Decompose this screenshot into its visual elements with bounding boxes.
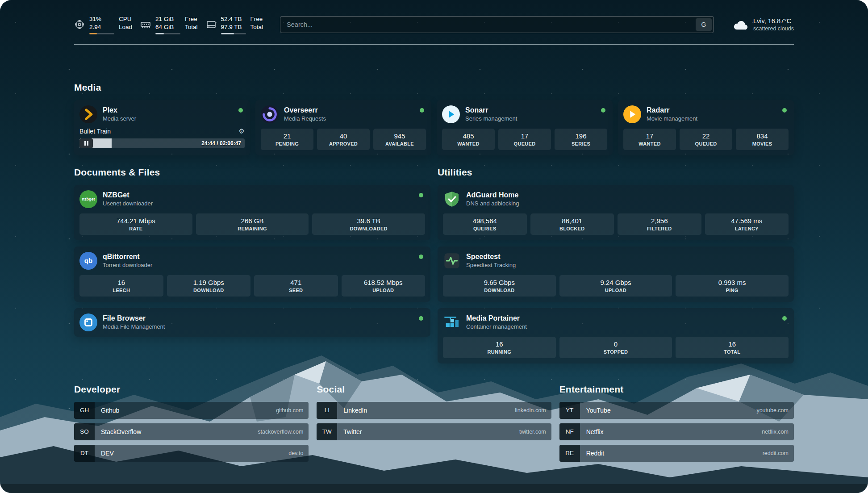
search-engine-button[interactable]: G: [696, 18, 712, 31]
radarr-icon: [623, 105, 641, 123]
stat-movies: 834MOVIES: [736, 129, 789, 150]
disk-usage-bar: [221, 33, 246, 34]
stat-download: 9.65 GbpsDOWNLOAD: [443, 275, 556, 297]
stat-queries: 498,564QUERIES: [443, 213, 527, 235]
playback-progress-bar[interactable]: 24:44 / 02:06:47: [79, 138, 245, 148]
cpu-widget: 31% 2.94 CPU Load: [74, 15, 132, 34]
app-card-nzbget[interactable]: nzbget NZBGet Usenet downloader 744.21 M…: [74, 185, 430, 240]
section-title-developer: Developer: [74, 384, 309, 395]
memory-usage-bar: [155, 33, 180, 34]
app-name: Speedtest: [466, 253, 789, 261]
stat-series: 196SERIES: [555, 129, 607, 150]
cpu-usage-value: 31%: [89, 15, 114, 23]
plex-icon: [79, 105, 97, 123]
section-title-entertainment: Entertainment: [559, 384, 794, 395]
status-indicator: [419, 193, 423, 197]
qbittorrent-icon: qb: [79, 252, 97, 270]
bookmark-dev[interactable]: DT DEV dev.to: [74, 445, 309, 462]
stat-stopped: 0STOPPED: [559, 337, 672, 358]
stat-wanted: 485WANTED: [442, 129, 495, 150]
bookmark-url: netflix.com: [762, 429, 789, 435]
bookmark-name: Reddit: [586, 450, 604, 457]
section-developer: Developer GH Github github.com SO StackO…: [74, 384, 309, 462]
cpu-label-top: CPU: [119, 15, 132, 23]
pause-button[interactable]: [79, 138, 93, 148]
search-input[interactable]: [280, 16, 714, 33]
app-card-filebrowser[interactable]: File Browser Media File Management: [74, 308, 430, 337]
bookmark-name: StackOverflow: [101, 428, 141, 435]
stat-rate: 744.21 MbpsRATE: [79, 213, 192, 235]
bookmark-name: LinkedIn: [343, 407, 367, 414]
topbar: 31% 2.94 CPU Load: [74, 15, 794, 34]
playback-time: 24:44 / 02:06:47: [201, 140, 241, 146]
bookmark-url: twitter.com: [519, 429, 546, 435]
bookmark-url: github.com: [276, 407, 303, 414]
bookmark-github[interactable]: GH Github github.com: [74, 402, 309, 419]
app-subtitle: Media server: [103, 115, 233, 122]
app-name: Media Portainer: [466, 314, 777, 322]
app-card-radarr[interactable]: Radarr Movie management 17WANTED 22QUEUE…: [618, 100, 794, 155]
app-name: AdGuard Home: [466, 191, 789, 199]
bookmark-abbr: LI: [317, 402, 337, 419]
bookmark-stackoverflow[interactable]: SO StackOverflow stackoverflow.com: [74, 423, 309, 440]
nzbget-icon: nzbget: [79, 190, 97, 208]
status-indicator: [782, 316, 787, 321]
search-bar: G: [280, 16, 714, 33]
bookmark-url: reddit.com: [763, 450, 789, 456]
stat-remaining: 266 GBREMAINING: [196, 213, 309, 235]
app-card-speedtest[interactable]: Speedtest Speedtest Tracking 9.65 GbpsDO…: [438, 246, 794, 302]
bookmark-name: YouTube: [586, 407, 611, 414]
section-title-media: Media: [74, 82, 794, 93]
status-indicator: [420, 108, 424, 113]
status-indicator: [238, 108, 243, 113]
weather-description: scattered clouds: [753, 25, 794, 32]
bookmark-name: Github: [101, 407, 119, 414]
status-indicator: [419, 316, 423, 321]
app-subtitle: Series management: [465, 115, 596, 122]
disk-free-value: 52.4 TB: [221, 15, 246, 23]
bookmark-linkedin[interactable]: LI LinkedIn linkedin.com: [317, 402, 551, 419]
app-card-portainer[interactable]: Media Portainer Container management 16R…: [438, 308, 794, 363]
disk-label-top: Free: [250, 15, 263, 23]
status-indicator: [601, 108, 605, 113]
stat-upload: 9.24 GbpsUPLOAD: [559, 275, 672, 297]
bookmark-twitter[interactable]: TW Twitter twitter.com: [317, 423, 551, 440]
bookmark-abbr: NF: [559, 423, 580, 440]
app-card-sonarr[interactable]: Sonarr Series management 485WANTED 17QUE…: [437, 100, 613, 155]
memory-label-bottom: Total: [185, 23, 198, 31]
filebrowser-icon: [79, 313, 97, 331]
section-entertainment: Entertainment YT YouTube youtube.com NF …: [559, 384, 794, 462]
memory-label-top: Free: [185, 15, 198, 23]
stat-total: 16TOTAL: [676, 337, 789, 358]
app-subtitle: DNS and adblocking: [466, 200, 789, 207]
bookmark-url: dev.to: [288, 450, 303, 456]
app-subtitle: Container management: [466, 323, 777, 330]
disk-icon: [206, 19, 217, 30]
bookmark-netflix[interactable]: NF Netflix netflix.com: [559, 423, 794, 440]
stat-approved: 40APPROVED: [317, 129, 370, 150]
stat-blocked: 86,401BLOCKED: [530, 213, 614, 235]
header-divider: [74, 44, 794, 45]
app-subtitle: Movie management: [647, 115, 777, 122]
stat-queued: 22QUEUED: [680, 129, 732, 150]
gear-icon[interactable]: ⚙: [239, 128, 245, 134]
app-card-adguard[interactable]: AdGuard Home DNS and adblocking 498,564Q…: [438, 185, 794, 240]
bookmark-abbr: DT: [74, 445, 95, 462]
app-name: Overseerr: [284, 106, 414, 114]
app-name: File Browser: [103, 314, 413, 322]
app-card-overseerr[interactable]: Overseerr Media Requests 21PENDING 40APP…: [255, 100, 431, 155]
memory-total-value: 64 GiB: [155, 23, 180, 31]
weather-location: Lviv, 16.87°C: [753, 17, 794, 25]
weather-widget: Lviv, 16.87°C scattered clouds: [733, 17, 794, 32]
portainer-icon: [443, 313, 461, 331]
app-card-plex[interactable]: Plex Media server Bullet Train ⚙ 24:44 /…: [74, 100, 250, 155]
cpu-icon: [74, 19, 85, 30]
app-card-qbittorrent[interactable]: qb qBittorrent Torrent downloader 16LEEC…: [74, 246, 430, 302]
section-media: Media Plex Media server Bullet: [74, 82, 794, 155]
bookmark-name: Netflix: [586, 428, 604, 435]
bookmark-youtube[interactable]: YT YouTube youtube.com: [559, 402, 794, 419]
stat-ping: 0.993 msPING: [676, 275, 789, 297]
dashboard-window: 31% 2.94 CPU Load: [0, 0, 868, 493]
bookmark-reddit[interactable]: RE Reddit reddit.com: [559, 445, 794, 462]
bookmark-abbr: YT: [559, 402, 580, 419]
